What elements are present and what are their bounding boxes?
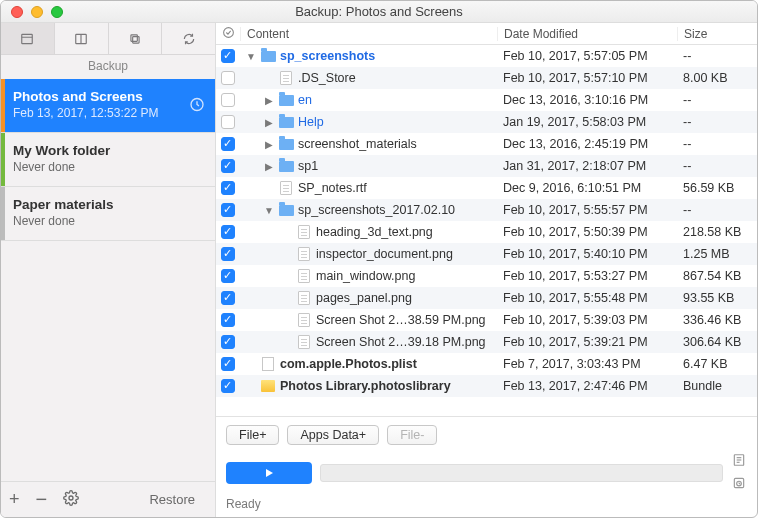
row-size: 6.47 KB <box>677 357 757 371</box>
tree-row[interactable]: .DS_Store Feb 10, 2017, 5:57:10 PM 8.00 … <box>216 67 757 89</box>
row-size: -- <box>677 159 757 173</box>
row-checkbox[interactable] <box>221 93 235 107</box>
row-checkbox[interactable] <box>221 159 235 173</box>
row-name: com.apple.Photos.plist <box>280 357 417 371</box>
row-date: Feb 13, 2017, 2:47:46 PM <box>497 379 677 393</box>
row-size: 306.64 KB <box>677 335 757 349</box>
row-size: Bundle <box>677 379 757 393</box>
row-date: Feb 10, 2017, 5:39:03 PM <box>497 313 677 327</box>
column-check[interactable] <box>216 26 240 42</box>
row-checkbox[interactable] <box>221 247 235 261</box>
plan-subtitle: Never done <box>13 214 203 228</box>
row-checkbox[interactable] <box>221 313 235 327</box>
disclosure-icon[interactable]: ▼ <box>264 205 274 216</box>
tree-row[interactable]: ▶ en Dec 13, 2016, 3:10:16 PM -- <box>216 89 757 111</box>
row-date: Feb 10, 2017, 5:53:27 PM <box>497 269 677 283</box>
row-name: sp1 <box>298 159 318 173</box>
row-checkbox[interactable] <box>221 181 235 195</box>
status-text: Ready <box>226 497 747 511</box>
sync-button[interactable] <box>162 23 215 54</box>
add-plan-button[interactable]: + <box>9 489 20 510</box>
tree-row[interactable]: pages_panel.png Feb 10, 2017, 5:55:48 PM… <box>216 287 757 309</box>
tree-row[interactable]: com.apple.Photos.plist Feb 7, 2017, 3:03… <box>216 353 757 375</box>
zoom-button[interactable] <box>51 6 63 18</box>
row-name: Photos Library.photoslibrary <box>280 379 451 393</box>
run-button[interactable] <box>226 462 312 484</box>
row-checkbox[interactable] <box>221 115 235 129</box>
row-name: .DS_Store <box>298 71 356 85</box>
restore-button[interactable]: Restore <box>149 492 195 507</box>
tree-row[interactable]: main_window.png Feb 10, 2017, 5:53:27 PM… <box>216 265 757 287</box>
file-icon <box>278 70 294 86</box>
disclosure-icon[interactable]: ▶ <box>264 161 274 172</box>
settings-button[interactable] <box>63 490 79 509</box>
row-size: 867.54 KB <box>677 269 757 283</box>
tree-row[interactable]: inspector_document.png Feb 10, 2017, 5:4… <box>216 243 757 265</box>
log-icon[interactable] <box>731 453 747 470</box>
column-size[interactable]: Size <box>677 27 757 41</box>
row-date: Feb 10, 2017, 5:55:57 PM <box>497 203 677 217</box>
file-icon <box>296 334 312 350</box>
folder-icon <box>278 114 294 130</box>
plan-item[interactable]: Photos and Screens Feb 13, 2017, 12:53:2… <box>1 79 215 133</box>
plan-item[interactable]: Paper materials Never done <box>1 187 215 241</box>
plan-item[interactable]: My Work folder Never done <box>1 133 215 187</box>
row-size: 218.58 KB <box>677 225 757 239</box>
tree-row[interactable]: heading_3d_text.png Feb 10, 2017, 5:50:3… <box>216 221 757 243</box>
tree-row[interactable]: Screen Shot 2…38.59 PM.png Feb 10, 2017,… <box>216 309 757 331</box>
sidebar: Backup Photos and Screens Feb 13, 2017, … <box>1 23 216 517</box>
tree-row[interactable]: ▼ sp_screenshots_2017.02.10 Feb 10, 2017… <box>216 199 757 221</box>
file-tree[interactable]: ▼ sp_screenshots Feb 10, 2017, 5:57:05 P… <box>216 45 757 416</box>
row-name: Help <box>298 115 324 129</box>
row-size: -- <box>677 93 757 107</box>
disclosure-icon[interactable]: ▼ <box>246 51 256 62</box>
view-stack-button[interactable] <box>109 23 163 54</box>
row-date: Feb 7, 2017, 3:03:43 PM <box>497 357 677 371</box>
row-date: Jan 31, 2017, 2:18:07 PM <box>497 159 677 173</box>
file-minus-button[interactable]: File- <box>387 425 437 445</box>
row-checkbox[interactable] <box>221 379 235 393</box>
view-list-button[interactable] <box>1 23 55 54</box>
tree-row[interactable]: SP_notes.rtf Dec 9, 2016, 6:10:51 PM 56.… <box>216 177 757 199</box>
titlebar: Backup: Photos and Screens <box>1 1 757 23</box>
close-button[interactable] <box>11 6 23 18</box>
view-columns-button[interactable] <box>55 23 109 54</box>
progress-bar <box>320 464 723 482</box>
folder-icon <box>278 158 294 174</box>
svg-rect-0 <box>22 34 33 43</box>
clock-icon <box>189 96 205 115</box>
row-checkbox[interactable] <box>221 357 235 371</box>
disclosure-icon[interactable]: ▶ <box>264 117 274 128</box>
row-checkbox[interactable] <box>221 269 235 283</box>
file-plus-button[interactable]: File+ <box>226 425 279 445</box>
tree-row[interactable]: ▶ sp1 Jan 31, 2017, 2:18:07 PM -- <box>216 155 757 177</box>
window-title: Backup: Photos and Screens <box>9 4 749 19</box>
tree-row[interactable]: ▶ Help Jan 19, 2017, 5:58:03 PM -- <box>216 111 757 133</box>
tree-row[interactable]: Screen Shot 2…39.18 PM.png Feb 10, 2017,… <box>216 331 757 353</box>
file-icon <box>296 268 312 284</box>
main-panel: Content Date Modified Size ▼ sp_screensh… <box>216 23 757 517</box>
row-checkbox[interactable] <box>221 71 235 85</box>
column-date[interactable]: Date Modified <box>497 27 677 41</box>
window-controls <box>11 6 63 18</box>
minimize-button[interactable] <box>31 6 43 18</box>
svg-rect-5 <box>133 36 139 42</box>
row-checkbox[interactable] <box>221 203 235 217</box>
disclosure-icon[interactable]: ▶ <box>264 95 274 106</box>
row-date: Feb 10, 2017, 5:39:21 PM <box>497 335 677 349</box>
tree-row[interactable]: ▶ screenshot_materials Dec 13, 2016, 2:4… <box>216 133 757 155</box>
schedule-icon[interactable] <box>731 476 747 493</box>
tree-row[interactable]: Photos Library.photoslibrary Feb 13, 201… <box>216 375 757 397</box>
remove-plan-button[interactable]: − <box>36 488 48 511</box>
tree-row[interactable]: ▼ sp_screenshots Feb 10, 2017, 5:57:05 P… <box>216 45 757 67</box>
row-checkbox[interactable] <box>221 225 235 239</box>
row-checkbox[interactable] <box>221 49 235 63</box>
disclosure-icon[interactable]: ▶ <box>264 139 274 150</box>
folder-icon <box>278 202 294 218</box>
column-content[interactable]: Content <box>240 27 497 41</box>
row-checkbox[interactable] <box>221 137 235 151</box>
row-checkbox[interactable] <box>221 291 235 305</box>
apps-data-button[interactable]: Apps Data+ <box>287 425 379 445</box>
row-checkbox[interactable] <box>221 335 235 349</box>
row-size: 336.46 KB <box>677 313 757 327</box>
